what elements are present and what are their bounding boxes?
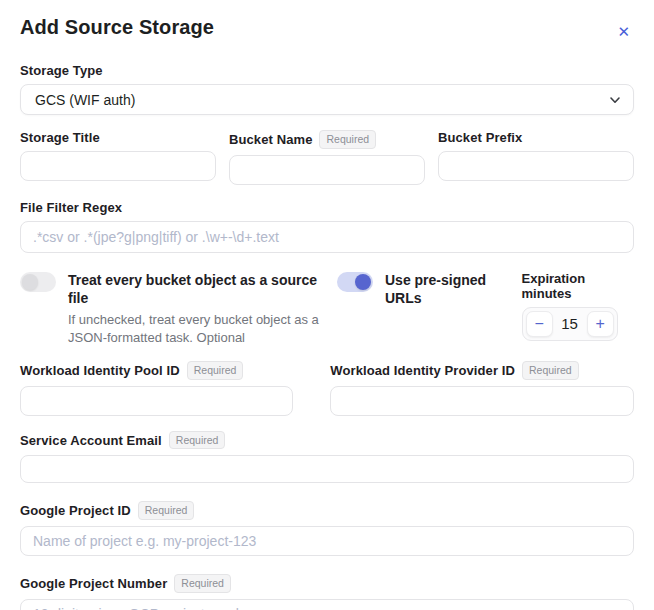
treat-toggle-help: If unchecked, treat every bucket object … <box>68 311 326 347</box>
storage-title-input[interactable] <box>20 151 216 181</box>
storage-type-group: Storage Type GCS (WIF auth) <box>20 63 634 115</box>
storage-title-label: Storage Title <box>20 130 100 145</box>
page-title: Add Source Storage <box>20 16 214 39</box>
bucket-prefix-group: Bucket Prefix <box>438 130 634 185</box>
close-icon: ✕ <box>617 23 630 40</box>
bucket-name-input[interactable] <box>229 155 425 185</box>
bucket-fields-row: Storage Title Bucket Name Required Bucke… <box>20 130 634 185</box>
google-project-id-group: Google Project ID Required <box>20 501 634 556</box>
bucket-prefix-label: Bucket Prefix <box>438 130 522 145</box>
file-filter-regex-input[interactable] <box>20 221 634 253</box>
google-project-id-input[interactable] <box>20 526 634 556</box>
bucket-prefix-input[interactable] <box>438 151 634 181</box>
workload-provider-group: Workload Identity Provider ID Required <box>330 361 634 416</box>
workload-pool-input[interactable] <box>20 386 293 416</box>
bucket-name-label: Bucket Name <box>229 132 312 147</box>
add-source-storage-dialog: Add Source Storage ✕ Storage Type GCS (W… <box>0 0 654 610</box>
treat-every-object-toggle[interactable] <box>20 272 56 292</box>
expiration-stepper: − + <box>522 307 618 341</box>
required-badge: Required <box>187 361 244 380</box>
workload-provider-label: Workload Identity Provider ID <box>330 363 515 378</box>
chevron-down-icon <box>609 94 621 106</box>
google-project-id-label: Google Project ID <box>20 503 131 518</box>
workload-provider-input[interactable] <box>330 386 634 416</box>
presigned-toggle-label: Use pre-signed URLs <box>385 271 504 309</box>
storage-type-select[interactable]: GCS (WIF auth) <box>20 84 634 115</box>
required-badge: Required <box>169 431 226 450</box>
service-account-email-group: Service Account Email Required <box>20 431 634 484</box>
required-badge: Required <box>522 361 579 380</box>
file-filter-regex-label: File Filter Regex <box>20 200 122 215</box>
google-project-number-input[interactable] <box>20 599 634 610</box>
treat-toggle-label: Treat every bucket object as a source fi… <box>68 271 337 309</box>
use-presigned-urls-toggle[interactable] <box>337 272 373 292</box>
storage-title-group: Storage Title <box>20 130 216 185</box>
treat-toggle-block: Treat every bucket object as a source fi… <box>20 271 337 348</box>
toggle-knob <box>355 274 371 290</box>
workload-pool-group: Workload Identity Pool ID Required <box>20 361 293 416</box>
bucket-name-group: Bucket Name Required <box>229 130 425 185</box>
google-project-number-label: Google Project Number <box>20 576 167 591</box>
storage-type-value: GCS (WIF auth) <box>35 92 135 108</box>
required-badge: Required <box>174 574 231 593</box>
storage-type-label: Storage Type <box>20 63 103 78</box>
google-project-number-group: Google Project Number Required <box>20 574 634 610</box>
expiration-minutes-label: Expiration minutes <box>522 271 634 301</box>
dialog-header: Add Source Storage ✕ <box>20 12 634 45</box>
presigned-toggle-block: Use pre-signed URLs <box>337 271 504 348</box>
close-button[interactable]: ✕ <box>613 18 634 45</box>
decrement-button[interactable]: − <box>526 311 553 337</box>
workload-identity-row: Workload Identity Pool ID Required Workl… <box>20 361 634 416</box>
increment-button[interactable]: + <box>587 311 614 337</box>
file-filter-regex-group: File Filter Regex <box>20 200 634 253</box>
service-account-email-label: Service Account Email <box>20 433 162 448</box>
required-badge: Required <box>138 501 195 520</box>
workload-pool-label: Workload Identity Pool ID <box>20 363 180 378</box>
required-badge: Required <box>319 130 376 149</box>
toggles-row: Treat every bucket object as a source fi… <box>20 271 634 348</box>
expiration-minutes-input[interactable] <box>555 314 585 333</box>
service-account-email-input[interactable] <box>20 455 634 483</box>
expiration-minutes-group: Expiration minutes − + <box>522 271 634 348</box>
toggle-knob <box>22 274 38 290</box>
